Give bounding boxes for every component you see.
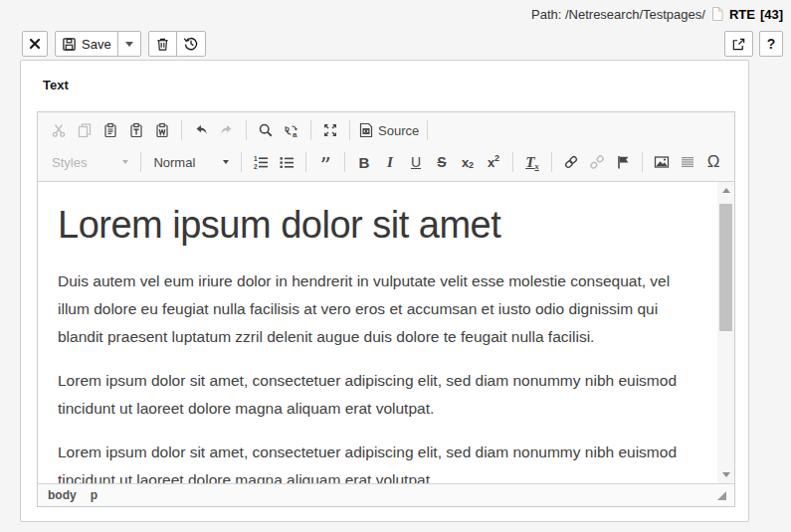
- delete-history-group: [148, 31, 206, 57]
- styles-dropdown[interactable]: Styles: [46, 149, 134, 175]
- element-path-p[interactable]: p: [91, 488, 98, 502]
- scrollbar-thumb[interactable]: [719, 204, 732, 331]
- link-icon: [563, 154, 579, 170]
- scroll-down-button[interactable]: [717, 466, 734, 483]
- superscript-button[interactable]: x2: [481, 149, 506, 175]
- resize-handle-icon[interactable]: [717, 491, 726, 500]
- paste-as-text-button[interactable]: [123, 117, 149, 143]
- remove-format-icon: Tx: [525, 154, 539, 171]
- scroll-up-icon: [722, 188, 730, 193]
- underline-button[interactable]: U: [403, 149, 429, 175]
- toolbar-separator: [427, 120, 428, 140]
- blockquote-icon: ”: [319, 161, 330, 171]
- dropdown-caret-icon: [125, 42, 133, 47]
- document-icon: [710, 6, 724, 22]
- svg-text:a: a: [293, 130, 297, 138]
- rte-toolbar-row-1: ba Source: [46, 114, 726, 146]
- delete-button[interactable]: [148, 31, 177, 57]
- horizontal-line-button[interactable]: [675, 149, 700, 175]
- record-edit-panel: Text: [20, 60, 749, 522]
- toolbar-separator: [246, 120, 247, 140]
- toolbar-separator: [551, 152, 552, 172]
- toolbar-separator: [181, 120, 182, 140]
- save-options-button[interactable]: [117, 31, 141, 57]
- vertical-scrollbar[interactable]: [717, 182, 734, 483]
- paste-from-word-button[interactable]: [149, 117, 175, 143]
- replace-button[interactable]: ba: [279, 117, 304, 143]
- help-button[interactable]: ?: [759, 31, 783, 57]
- maximize-button[interactable]: [317, 117, 343, 143]
- cut-button[interactable]: [46, 117, 72, 143]
- toolbar-separator: [140, 152, 141, 172]
- bold-button[interactable]: B: [351, 149, 377, 175]
- scroll-down-icon: [722, 472, 730, 477]
- source-icon: [358, 122, 374, 138]
- find-button[interactable]: [253, 117, 279, 143]
- rte-content-area[interactable]: Lorem ipsum dolor sit amet Duis autem ve…: [38, 182, 734, 483]
- format-dropdown[interactable]: Normal: [147, 149, 235, 175]
- subscript-button[interactable]: x2: [455, 149, 481, 175]
- trash-icon: [155, 37, 170, 52]
- toolbar-separator: [310, 120, 311, 140]
- numbered-list-button[interactable]: 12: [248, 149, 274, 175]
- content-paragraph: Lorem ipsum dolor sit amet, consectetuer…: [58, 439, 701, 483]
- special-character-button[interactable]: Ω: [700, 149, 726, 175]
- rte-toolbar: ba Source: [38, 112, 734, 182]
- save-button-group: Save: [55, 31, 141, 57]
- anchor-button[interactable]: [610, 149, 636, 175]
- element-path-body[interactable]: body: [48, 488, 77, 502]
- source-button-label: Source: [378, 123, 419, 138]
- image-icon: [654, 154, 670, 170]
- cut-icon: [51, 122, 67, 138]
- replace-icon: ba: [284, 122, 299, 138]
- undo-button[interactable]: [188, 117, 214, 143]
- toolbar-separator: [349, 120, 350, 140]
- close-button[interactable]: [22, 31, 48, 57]
- svg-text:1: 1: [254, 155, 258, 162]
- strikethrough-button[interactable]: S: [429, 149, 455, 175]
- content-paragraph: Duis autem vel eum iriure dolor in hendr…: [58, 267, 701, 351]
- open-in-new-window-button[interactable]: [724, 31, 753, 57]
- record-title: RTE: [729, 7, 755, 22]
- unlink-icon: [589, 154, 605, 170]
- svg-text:2: 2: [254, 163, 258, 170]
- history-button[interactable]: [176, 31, 206, 57]
- paste-word-icon: [154, 122, 170, 138]
- redo-button[interactable]: [214, 117, 240, 143]
- breadcrumb: Path: /Netresearch/Testpages/ RTE [43]: [531, 6, 783, 22]
- unlink-button[interactable]: [584, 149, 610, 175]
- copy-button[interactable]: [72, 117, 98, 143]
- save-button[interactable]: Save: [55, 31, 118, 57]
- format-dropdown-label: Normal: [153, 155, 195, 170]
- history-icon: [183, 36, 199, 52]
- source-button[interactable]: Source: [356, 117, 421, 143]
- remove-format-button[interactable]: Tx: [519, 149, 545, 175]
- image-button[interactable]: [649, 149, 675, 175]
- redo-icon: [219, 122, 235, 138]
- rte-toolbar-row-2: Styles Normal 12: [46, 146, 726, 178]
- styles-dropdown-label: Styles: [52, 155, 87, 170]
- field-label-text: Text: [43, 78, 69, 92]
- toolbar-separator: [642, 152, 643, 172]
- underline-icon: U: [411, 154, 421, 170]
- rte-status-bar: body p: [38, 483, 734, 506]
- toolbar-separator: [241, 152, 242, 172]
- page: Path: /Netresearch/Testpages/ RTE [43] S…: [0, 0, 791, 532]
- scroll-up-button[interactable]: [717, 182, 734, 199]
- content-heading: Lorem ipsum dolor sit amet: [58, 202, 701, 248]
- docheader-buttons-left: Save: [22, 31, 206, 57]
- content-paragraph: Lorem ipsum dolor sit amet, consectetuer…: [58, 367, 701, 423]
- link-button[interactable]: [558, 149, 584, 175]
- italic-button[interactable]: I: [377, 149, 403, 175]
- bulleted-list-icon: [279, 154, 295, 170]
- chevron-down-icon: [223, 160, 229, 164]
- strikethrough-icon: S: [437, 154, 446, 170]
- bold-icon: B: [359, 154, 370, 171]
- toolbar-separator: [344, 152, 345, 172]
- bulleted-list-button[interactable]: [274, 149, 299, 175]
- toolbar-separator: [305, 152, 306, 172]
- blockquote-button[interactable]: ”: [312, 149, 338, 175]
- save-button-label: Save: [82, 37, 111, 52]
- rte-document[interactable]: Lorem ipsum dolor sit amet Duis autem ve…: [38, 182, 717, 483]
- paste-button[interactable]: [98, 117, 123, 143]
